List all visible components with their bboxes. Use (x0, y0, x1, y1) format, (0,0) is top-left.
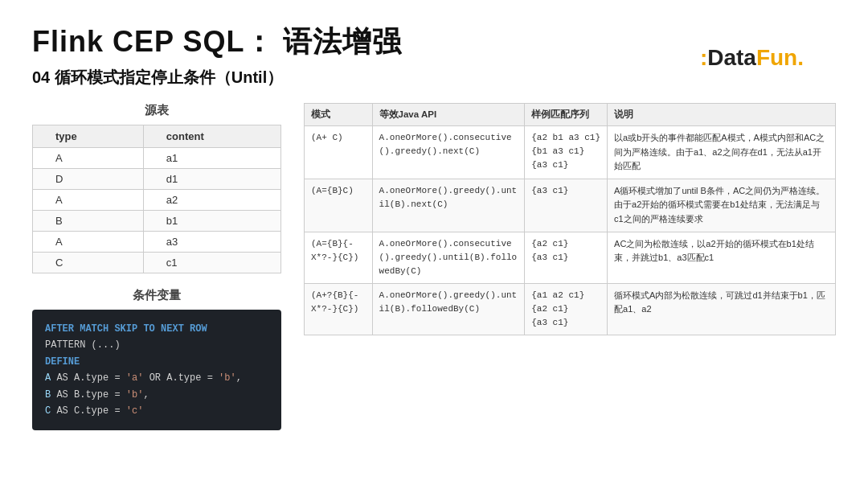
col-examples: 样例匹配序列 (525, 104, 608, 126)
table-row: Aa2 (33, 190, 281, 211)
code-line-6: C AS C.type = 'c' (45, 403, 268, 419)
table-row: Cc1 (33, 253, 281, 273)
table-row: (A={B}C)A.oneOrMore().greedy().until(B).… (305, 179, 836, 232)
left-panel: 源表 type content Aa1Dd1Aa2Bb1Aa3Cc1 条件变量 … (32, 103, 281, 430)
table-row: (A+?{B}{-X*?-}{C})A.oneOrMore().greedy()… (305, 283, 836, 335)
main-content: 源表 type content Aa1Dd1Aa2Bb1Aa3Cc1 条件变量 … (32, 103, 836, 430)
code-line-2: PATTERN (...) (45, 337, 268, 353)
source-label: 源表 (32, 103, 281, 118)
code-line-3: DEFINE (45, 354, 268, 370)
condition-label: 条件变量 (32, 288, 281, 303)
code-line-1: AFTER MATCH SKIP TO NEXT ROW (45, 321, 268, 337)
pattern-table: 模式 等效Java API 样例匹配序列 说明 (A+ C)A.oneOrMor… (304, 103, 836, 335)
table-row: Aa1 (33, 148, 281, 169)
logo: :DataFun. (700, 45, 804, 71)
col-content-header: content (143, 125, 280, 148)
right-panel: 模式 等效Java API 样例匹配序列 说明 (A+ C)A.oneOrMor… (304, 103, 836, 430)
col-desc: 说明 (608, 104, 836, 126)
col-type-header: type (33, 125, 144, 148)
table-row: Aa3 (33, 232, 281, 253)
code-line-4: A AS A.type = 'a' OR A.type = 'b', (45, 370, 268, 386)
logo-text: :DataFun. (700, 45, 804, 70)
col-api: 等效Java API (372, 104, 525, 126)
table-row: (A+ C)A.oneOrMore().consecutive().greedy… (305, 126, 836, 179)
code-block: AFTER MATCH SKIP TO NEXT ROW PATTERN (..… (32, 310, 281, 430)
source-table: type content Aa1Dd1Aa2Bb1Aa3Cc1 (32, 125, 281, 273)
col-pattern: 模式 (305, 104, 373, 126)
code-line-5: B AS B.type = 'b', (45, 387, 268, 403)
table-row: Dd1 (33, 169, 281, 190)
table-row: Bb1 (33, 211, 281, 232)
table-row: (A={B}{-X*?-}{C})A.oneOrMore().consecuti… (305, 232, 836, 283)
